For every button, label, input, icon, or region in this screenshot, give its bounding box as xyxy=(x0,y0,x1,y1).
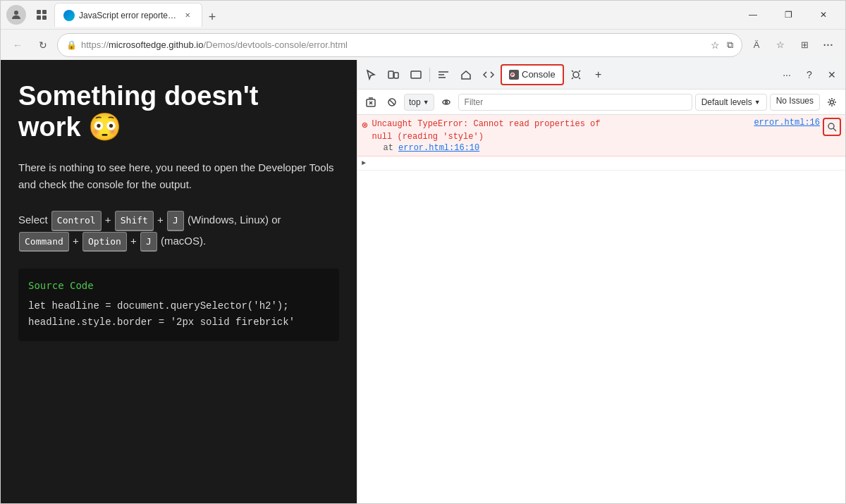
console-tab-button[interactable]: × Console xyxy=(501,64,564,85)
clear-icon xyxy=(366,97,376,107)
eye-button[interactable] xyxy=(437,93,455,111)
code-icon xyxy=(483,69,494,80)
navigation-bar: ← ↻ 🔒 https://microsoftedge.github.io/De… xyxy=(1,29,845,60)
ban-icon xyxy=(387,97,397,107)
elements-tab-button[interactable] xyxy=(433,64,454,85)
error-at-text: at error.html:16:10 xyxy=(372,143,748,153)
close-devtools-button[interactable]: ✕ xyxy=(821,64,842,85)
bug-icon xyxy=(570,69,582,80)
source-tab-button[interactable] xyxy=(478,64,499,85)
error-text-block: Uncaught TypeError: Cannot read properti… xyxy=(372,118,748,153)
devtools-settings-gear[interactable] xyxy=(823,93,841,111)
svg-rect-5 xyxy=(388,71,393,78)
svg-rect-3 xyxy=(37,16,41,20)
svg-text:×: × xyxy=(512,73,515,78)
new-tab-button[interactable]: + xyxy=(202,7,222,27)
grid-icon xyxy=(36,9,47,20)
page-description: There is nothing to see here, you need t… xyxy=(18,159,339,193)
error-at-link[interactable]: error.html:16:10 xyxy=(398,143,479,153)
default-levels-button[interactable]: Default levels ▼ xyxy=(695,94,767,111)
svg-rect-6 xyxy=(394,73,398,78)
source-code-line-1: let headline = document.querySelector('h… xyxy=(28,298,329,314)
url-prefix: https:// xyxy=(81,39,109,50)
levels-label: Default levels xyxy=(701,97,752,107)
toolbar-separator xyxy=(429,68,430,82)
home-icon xyxy=(460,69,472,80)
minimize-button[interactable]: — xyxy=(737,4,769,26)
gear-icon xyxy=(827,97,837,107)
more-tools-button[interactable]: ··· xyxy=(776,64,797,85)
key-shift: Shift xyxy=(115,211,154,231)
add-tab-button[interactable]: + xyxy=(588,64,609,85)
nav-actions: Ä ☆ ⊞ ··· xyxy=(745,34,840,56)
help-button[interactable]: ? xyxy=(799,64,820,85)
url-text: https://microsoftedge.github.io/Demos/de… xyxy=(81,39,706,50)
url-path: /Demos/devtools-console/error.html xyxy=(203,39,347,50)
security-lock-icon: 🔒 xyxy=(66,40,77,50)
svg-point-12 xyxy=(573,72,579,78)
svg-point-16 xyxy=(445,101,447,103)
star-icon[interactable]: ☆ xyxy=(711,39,720,51)
browser-window: JavaScript error reported in the ✕ + — ❐… xyxy=(0,0,846,504)
more-button[interactable]: ··· xyxy=(817,34,840,56)
favorites-button[interactable]: ☆ xyxy=(769,34,792,56)
svg-rect-2 xyxy=(42,10,47,14)
device-icon xyxy=(388,69,399,80)
profile-icon[interactable] xyxy=(6,5,26,25)
main-area: Something doesn't work 😳 There is nothin… xyxy=(1,60,845,503)
address-bar[interactable]: 🔒 https://microsoftedge.github.io/Demos/… xyxy=(57,33,742,57)
hint-middle: (Windows, Linux) or xyxy=(188,214,281,226)
key-j-windows: J xyxy=(167,211,184,231)
devtools-secondary-toolbar: top ▼ Default levels ▼ No Issues xyxy=(357,90,845,115)
svg-point-17 xyxy=(830,100,834,104)
read-aloud-button[interactable]: Ä xyxy=(745,34,768,56)
source-code-title: Source Code xyxy=(28,280,329,291)
devtools-panel: × Console + ··· ? ✕ xyxy=(357,60,845,503)
svg-point-0 xyxy=(14,11,18,15)
inspect-element-button[interactable] xyxy=(360,64,381,85)
tabs-area: JavaScript error reported in the ✕ + xyxy=(54,3,734,27)
cursor-icon xyxy=(365,69,376,80)
search-in-panel-button[interactable] xyxy=(823,118,841,136)
fullscreen-button[interactable] xyxy=(405,64,427,85)
plus4: + xyxy=(130,235,140,247)
console-output: ⊗ Uncaught TypeError: Cannot read proper… xyxy=(357,115,845,503)
expand-icon xyxy=(410,69,422,80)
console-tab-icon: × xyxy=(509,70,519,80)
browser-extras-button[interactable]: ⊞ xyxy=(793,34,816,56)
eye-icon xyxy=(441,97,451,107)
back-button[interactable]: ← xyxy=(6,34,29,56)
search-icon xyxy=(828,123,837,132)
plus1: + xyxy=(105,214,114,226)
heading-line1: Something doesn't xyxy=(18,81,258,111)
no-issues-button[interactable]: No Issues xyxy=(770,94,820,111)
console-tab-label: Console xyxy=(522,69,556,80)
expand-row[interactable]: ► xyxy=(357,156,845,171)
source-code-line-2: headline.style.border = '2px solid fireb… xyxy=(28,314,329,330)
close-button[interactable]: ✕ xyxy=(807,4,840,26)
svg-point-18 xyxy=(828,123,834,129)
page-content: Something doesn't work 😳 There is nothin… xyxy=(1,60,357,503)
plus2: + xyxy=(157,214,166,226)
error-location-link[interactable]: error.html:16 xyxy=(754,118,820,128)
home-tab-button[interactable] xyxy=(455,64,477,85)
split-icon[interactable]: ⧉ xyxy=(727,39,733,51)
title-bar: JavaScript error reported in the ✕ + — ❐… xyxy=(1,1,845,29)
filter-input[interactable] xyxy=(458,94,692,111)
refresh-button[interactable]: ↻ xyxy=(32,34,54,56)
console-settings-button[interactable] xyxy=(383,93,401,111)
key-command: Command xyxy=(19,232,69,252)
chevron-down-icon-levels: ▼ xyxy=(754,99,761,106)
clear-console-button[interactable] xyxy=(362,93,380,111)
active-tab[interactable]: JavaScript error reported in the ✕ xyxy=(54,3,202,27)
svg-rect-4 xyxy=(42,16,47,20)
tab-close-button[interactable]: ✕ xyxy=(182,10,193,21)
performance-tab-button[interactable] xyxy=(565,64,587,85)
maximize-button[interactable]: ❐ xyxy=(772,4,804,26)
source-code-block: Source Code let headline = document.quer… xyxy=(18,269,339,341)
context-selector[interactable]: top ▼ xyxy=(404,94,434,111)
tab-switcher-icon[interactable] xyxy=(32,5,51,25)
devtools-toolbar: × Console + ··· ? ✕ xyxy=(357,60,845,90)
device-toggle-button[interactable] xyxy=(383,64,404,85)
keyboard-hint: Select Control + Shift + J (Windows, Lin… xyxy=(18,210,339,252)
